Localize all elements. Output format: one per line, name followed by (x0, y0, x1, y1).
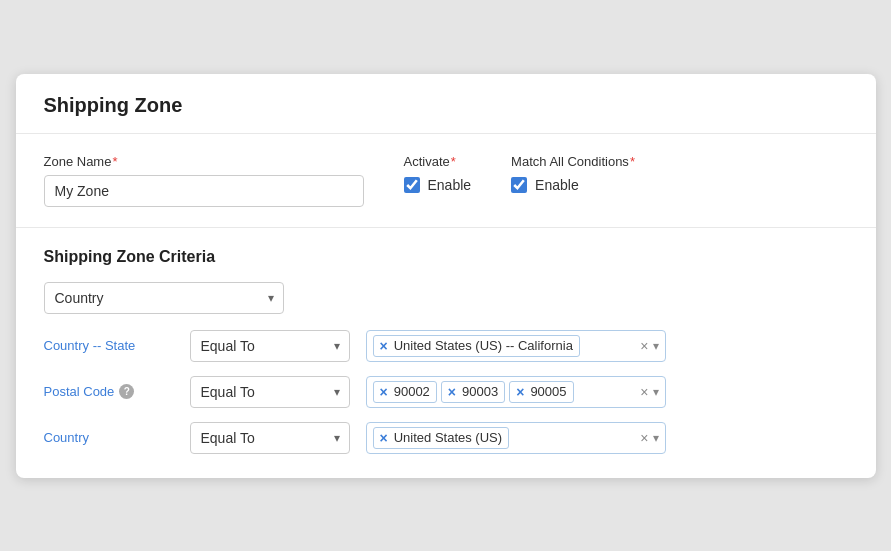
zone-name-section: Zone Name* Activate* Enable (16, 134, 876, 228)
tag-90002: × 90002 (373, 381, 437, 403)
postal-code-tags: × 90002 × 90003 × 90005 × ▾ (366, 376, 666, 408)
country-tags: × United States (US) × ▾ (366, 422, 666, 454)
shipping-zone-card: Shipping Zone Zone Name* Activate* Enabl… (16, 74, 876, 478)
criteria-row-country: Country Equal To Not Equal To × United S… (44, 422, 848, 454)
tags-dropdown-button-2[interactable]: ▾ (653, 385, 659, 399)
match-all-field-group: Match All Conditions* Enable (511, 154, 635, 193)
clear-tags-button-3[interactable]: × (640, 430, 648, 446)
postal-code-help-icon[interactable]: ? (119, 384, 134, 399)
tags-end-3: × ▾ (640, 430, 658, 446)
tags-end-2: × ▾ (640, 384, 658, 400)
zone-name-label: Zone Name* (44, 154, 364, 169)
zone-name-field-group: Zone Name* (44, 154, 364, 207)
criteria-title: Shipping Zone Criteria (44, 248, 848, 266)
activate-label: Activate* (404, 154, 472, 169)
country-operator-wrapper: Equal To Not Equal To (190, 422, 350, 454)
activate-enable-label[interactable]: Enable (428, 177, 472, 193)
tag-us: × United States (US) (373, 427, 510, 449)
criteria-type-dropdown-wrapper: Country Region Postal Code (44, 282, 284, 314)
criteria-section: Shipping Zone Criteria Country Region Po… (16, 228, 876, 478)
postal-code-label[interactable]: Postal Code ? (44, 384, 174, 399)
country-state-operator[interactable]: Equal To Not Equal To (190, 330, 350, 362)
country-state-label[interactable]: Country -- State (44, 338, 174, 353)
card-title: Shipping Zone (16, 74, 876, 134)
clear-tags-button-1[interactable]: × (640, 338, 648, 354)
tags-dropdown-button-1[interactable]: ▾ (653, 339, 659, 353)
tags-end-1: × ▾ (640, 338, 658, 354)
match-all-label: Match All Conditions* (511, 154, 635, 169)
activate-checkbox[interactable] (404, 177, 420, 193)
criteria-rows: Country -- State Equal To Not Equal To ×… (44, 330, 848, 454)
clear-tags-button-2[interactable]: × (640, 384, 648, 400)
match-checkbox-group: Enable (511, 177, 635, 193)
postal-code-operator[interactable]: Equal To Not Equal To (190, 376, 350, 408)
postal-code-operator-wrapper: Equal To Not Equal To (190, 376, 350, 408)
tag-90003: × 90003 (441, 381, 505, 403)
criteria-row-postal-code: Postal Code ? Equal To Not Equal To × 90… (44, 376, 848, 408)
country-state-operator-wrapper: Equal To Not Equal To (190, 330, 350, 362)
country-state-tags: × United States (US) -- California × ▾ (366, 330, 666, 362)
title-text: Shipping Zone (44, 94, 183, 116)
activate-checkbox-group: Enable (404, 177, 472, 193)
match-all-checkbox[interactable] (511, 177, 527, 193)
tags-dropdown-button-3[interactable]: ▾ (653, 431, 659, 445)
zone-name-input[interactable] (44, 175, 364, 207)
criteria-type-dropdown[interactable]: Country Region Postal Code (44, 282, 284, 314)
zone-name-row: Zone Name* Activate* Enable (44, 154, 848, 207)
tag-us-california: × United States (US) -- California (373, 335, 580, 357)
activate-field-group: Activate* Enable (404, 154, 472, 193)
country-label[interactable]: Country (44, 430, 174, 445)
tag-90005: × 90005 (509, 381, 573, 403)
criteria-row-country-state: Country -- State Equal To Not Equal To ×… (44, 330, 848, 362)
country-operator[interactable]: Equal To Not Equal To (190, 422, 350, 454)
match-enable-label[interactable]: Enable (535, 177, 579, 193)
